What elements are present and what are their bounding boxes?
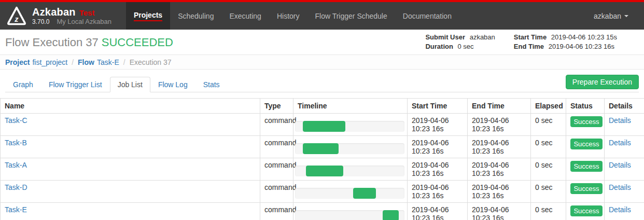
job-name-link[interactable]: Task-D [5, 183, 27, 191]
prepare-execution-button[interactable]: Prepare Execution [566, 75, 639, 89]
table-header-row: Name Type Timeline Start Time End Time E… [1, 99, 644, 114]
nav-item-documentation[interactable]: Documentation [395, 2, 459, 30]
timeline-track [295, 143, 404, 154]
execution-info-panel: Submit User azkaban Duration 0 sec Start… [425, 30, 639, 54]
timeline-bar [383, 210, 399, 220]
timeline-bar [303, 121, 345, 132]
nav-item-history[interactable]: History [269, 2, 307, 30]
status-badge: Success [570, 139, 603, 149]
job-elapsed: 0 sec [531, 114, 566, 136]
breadcrumb-flow-label: Flow [78, 58, 94, 66]
col-header-timeline: Timeline [293, 99, 408, 114]
nav-item-flow-trigger-schedule[interactable]: Flow Trigger Schedule [307, 2, 395, 30]
nav-item-label: Executing [229, 12, 261, 20]
status-badge: Success [570, 116, 603, 127]
nav-item-executing[interactable]: Executing [221, 2, 269, 30]
col-header-details: Details [605, 99, 644, 114]
top-navbar: z Azkaban Test 3.70.0 My Local Azkaban P… [0, 0, 644, 30]
nav-item-label: Flow Trigger Schedule [315, 12, 387, 20]
timeline-cell [293, 181, 408, 203]
nav-item-projects[interactable]: Projects [126, 2, 170, 30]
col-header-name: Name [1, 99, 260, 114]
details-link[interactable]: Details [609, 116, 631, 125]
duration-value: 0 sec [458, 43, 474, 50]
job-start-time: 2019-04-06 10:23 16s [408, 203, 468, 220]
end-time-label: End Time [514, 43, 544, 50]
timeline-track [295, 166, 404, 176]
table-row: Task-C command 2019-04-06 10:23 16s 2019… [1, 114, 644, 136]
timeline-cell [293, 158, 408, 181]
job-end-time: 2019-04-06 10:23 16s [468, 203, 531, 220]
submit-user-label: Submit User [425, 33, 465, 41]
duration-line: Duration 0 sec [425, 43, 495, 50]
breadcrumb-separator: / [72, 58, 74, 66]
timeline-bar [303, 143, 339, 154]
job-type: command [260, 203, 293, 220]
details-link[interactable]: Details [609, 205, 631, 214]
nav-item-label: History [277, 12, 300, 20]
job-elapsed: 0 sec [531, 158, 566, 181]
table-row: Task-E command 2019-04-06 10:23 16s 2019… [1, 203, 644, 220]
timeline-cell [293, 136, 408, 158]
user-name: azkaban [594, 12, 621, 20]
breadcrumb-flow-link[interactable]: Task-E [97, 58, 119, 66]
nav-item-label: Projects [134, 11, 162, 21]
job-name-link[interactable]: Task-A [5, 161, 27, 169]
tab-stats[interactable]: Stats [195, 77, 228, 92]
breadcrumb-project-link[interactable]: fist_project [32, 58, 67, 66]
submit-user-value: azkaban [470, 33, 495, 41]
details-link[interactable]: Details [609, 139, 631, 147]
col-header-type: Type [260, 99, 293, 114]
details-link[interactable]: Details [609, 161, 631, 169]
svg-text:z: z [14, 15, 19, 23]
brand-title: Azkaban [32, 6, 76, 18]
job-name-link[interactable]: Task-C [5, 116, 27, 125]
timeline-bar [353, 188, 376, 199]
job-name-link[interactable]: Task-B [5, 139, 27, 147]
tab-graph[interactable]: Graph [5, 77, 41, 92]
tab-job-list[interactable]: Job List [110, 77, 150, 92]
job-start-time: 2019-04-06 10:23 16s [408, 158, 468, 181]
brand[interactable]: z Azkaban Test 3.70.0 My Local Azkaban [0, 2, 120, 30]
brand-text: Azkaban Test 3.70.0 My Local Azkaban [32, 6, 111, 26]
brand-subtitle: My Local Azkaban [57, 18, 111, 26]
status-badge: Success [570, 161, 603, 172]
col-header-status: Status [566, 99, 605, 114]
nav-item-scheduling[interactable]: Scheduling [170, 2, 221, 30]
submit-user-line: Submit User azkaban [425, 33, 495, 41]
brand-env-label: Test [79, 8, 95, 17]
col-header-elapsed: Elapsed [531, 99, 566, 114]
chevron-down-icon [624, 15, 628, 17]
nav-item-label: Scheduling [178, 12, 214, 20]
end-time-value: 2019-04-06 10:23 16s [549, 43, 614, 50]
job-start-time: 2019-04-06 10:23 16s [408, 114, 468, 136]
start-time-value: 2019-04-06 10:23 15s [551, 33, 617, 41]
status-text: SUCCEEDED [102, 36, 173, 49]
job-elapsed: 0 sec [531, 181, 566, 203]
details-link[interactable]: Details [609, 183, 631, 191]
job-list-table: Name Type Timeline Start Time End Time E… [0, 98, 644, 220]
timeline-track [295, 121, 404, 132]
job-end-time: 2019-04-06 10:23 16s [468, 136, 531, 158]
job-name-link[interactable]: Task-E [5, 205, 27, 214]
timeline-bar [306, 166, 343, 176]
job-elapsed: 0 sec [531, 203, 566, 220]
table-row: Task-A command 2019-04-06 10:23 16s 2019… [1, 158, 644, 181]
job-start-time: 2019-04-06 10:23 16s [408, 181, 468, 203]
start-time-line: Start Time 2019-04-06 10:23 15s [514, 33, 617, 41]
tab-flow-log[interactable]: Flow Log [150, 77, 195, 92]
status-badge: Success [570, 205, 603, 216]
col-header-end-time: End Time [468, 99, 531, 114]
timeline-track [295, 210, 404, 220]
job-type: command [260, 158, 293, 181]
table-row: Task-B command 2019-04-06 10:23 16s 2019… [1, 136, 644, 158]
breadcrumb-execution: Execution 37 [130, 58, 172, 66]
tab-flow-trigger-list[interactable]: Flow Trigger List [41, 77, 110, 92]
user-dropdown[interactable]: azkaban [594, 2, 644, 30]
duration-label: Duration [425, 43, 453, 50]
job-end-time: 2019-04-06 10:23 16s [468, 114, 531, 136]
breadcrumb-separator: / [123, 58, 125, 66]
breadcrumb-project-label: Project [5, 58, 30, 66]
start-time-label: Start Time [514, 33, 547, 41]
job-type: command [260, 181, 293, 203]
